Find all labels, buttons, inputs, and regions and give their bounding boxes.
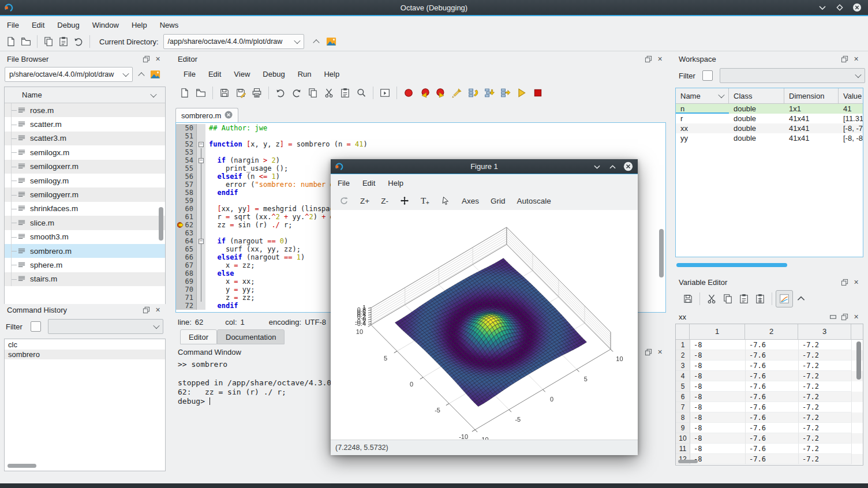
fold-margin[interactable] [197,164,205,172]
browse-directory-button[interactable] [324,34,339,49]
cell-value[interactable]: -8 [690,444,746,454]
variable-row-8[interactable]: 8-8-7.6-7.2 [676,412,863,423]
figure-titlebar[interactable]: Figure 1 [331,159,638,174]
menu-edit[interactable]: Edit [26,19,50,31]
cell-value[interactable]: -7.6 [746,423,799,433]
editor-menu-view[interactable]: View [228,68,256,80]
file-list-vscrollbar[interactable] [159,207,163,241]
pan-tool[interactable] [395,194,414,207]
figure-window[interactable]: Figure 1 FileEditHelp Z+Z-T+AxesGridAuto… [331,159,638,455]
file-row-rose-m[interactable]: rose.m [5,103,165,117]
cell-value[interactable]: -7.2 [799,444,852,454]
fold-margin[interactable] [197,213,205,221]
cell-value[interactable]: -7.6 [746,361,799,371]
step-out-icon[interactable] [497,85,514,101]
line-number[interactable]: 57 [176,181,197,189]
undo-icon[interactable] [71,34,86,49]
cell-value[interactable]: -8 [690,412,746,423]
history-item[interactable]: sombrero [5,350,165,359]
tab-editor[interactable]: Editor [180,329,217,344]
file-row-semilogx-m[interactable]: semilogx.m [5,145,165,159]
float-panel-icon[interactable] [141,54,151,64]
line-number[interactable]: 71 [176,294,197,302]
figure-menu-file[interactable]: File [332,177,356,189]
variable-column-1[interactable]: 1 [690,324,745,339]
next-breakpoint-icon[interactable] [433,85,449,101]
fold-margin[interactable] [197,172,205,181]
history-filter-combo[interactable] [48,319,163,334]
menu-help[interactable]: Help [126,19,153,31]
close-panel-icon[interactable]: × [655,54,665,64]
file-row-smooth3-m[interactable]: smooth3.m [5,230,165,244]
cell-value[interactable]: -7.6 [746,392,799,402]
close-panel-icon[interactable]: × [153,305,163,315]
line-number[interactable]: 51 [176,132,197,140]
cell-value[interactable]: -8 [690,371,746,381]
fold-margin[interactable] [197,189,205,197]
rotate-tool[interactable] [334,194,354,207]
line-number[interactable]: 60 [176,205,197,213]
cell-value[interactable]: -8 [690,340,746,350]
step-in-icon[interactable] [481,85,497,101]
paste-icon[interactable] [736,291,752,307]
cell-value[interactable]: -8 [690,361,746,371]
close-panel-icon[interactable]: × [655,347,665,357]
fold-margin[interactable] [197,277,205,286]
cell-value[interactable]: -7.2 [799,381,852,392]
stop-icon[interactable] [530,85,546,101]
file-row-semilogy-m[interactable]: semilogy.m [5,174,165,187]
new-file-icon[interactable] [177,85,193,101]
file-row-shrinkfaces-m[interactable]: shrinkfaces.m [5,202,165,216]
fold-margin[interactable] [197,132,205,140]
variable-row-10[interactable]: 10-8-7.6-7.2 [676,433,863,444]
select-tool[interactable] [436,194,455,207]
file-row-sphere-m[interactable]: sphere.m [5,258,165,272]
fold-margin[interactable]: – [197,140,205,148]
open-folder-icon[interactable] [193,85,209,101]
step-over-icon[interactable] [465,85,481,101]
editor-menu-edit[interactable]: Edit [203,68,227,80]
line-number[interactable]: 50 [176,124,197,132]
file-row-scatter3-m[interactable]: scatter3.m [5,132,165,145]
fold-collapse-icon[interactable]: – [199,158,204,163]
variable-column-3[interactable]: 3 [798,324,851,339]
find-icon[interactable] [353,85,369,101]
file-list-header[interactable]: Name [5,87,165,103]
variable-row-2[interactable]: 2-8-7.6-7.2 [676,350,863,361]
cell-value[interactable]: -8 [690,423,746,433]
figure-canvas[interactable] [331,210,637,440]
run-in-terminal-icon[interactable] [377,85,393,101]
current-directory-combo[interactable]: /app/share/octave/4.4.0/m/plot/draw [163,34,304,49]
fold-margin[interactable] [197,205,205,213]
workspace-column-name[interactable]: Name [676,88,729,103]
workspace-row-n[interactable]: ndouble1x141 [676,104,863,114]
fold-margin[interactable] [197,286,205,294]
collapse-icon[interactable] [793,291,809,307]
close-panel-icon[interactable]: × [153,54,163,64]
fold-margin[interactable] [197,197,205,205]
float-panel-icon[interactable] [141,305,151,315]
cell-value[interactable]: -7.2 [799,371,852,381]
float-panel-icon[interactable] [643,54,653,64]
cell-value[interactable]: -7.2 [799,412,852,423]
workspace-filter-combo[interactable] [720,68,865,83]
zoom-in-tool[interactable]: Z+ [355,195,375,207]
cell-value[interactable]: -7.6 [746,433,799,444]
cell-value[interactable]: -8 [690,454,746,464]
cell-value[interactable]: -8 [690,402,746,412]
fold-margin[interactable]: – [197,156,205,164]
variable-row-1[interactable]: 1-8-7.6-7.2 [676,340,863,350]
variable-row-3[interactable]: 3-8-7.6-7.2 [676,361,863,371]
line-number[interactable]: 70 [176,286,197,294]
fold-margin[interactable] [197,245,205,253]
workspace-column-dimension[interactable]: Dimension [784,88,839,103]
line-number[interactable]: 68 [176,269,197,277]
cell-value[interactable]: -7.2 [799,402,852,412]
cell-value[interactable]: -7.2 [799,340,852,350]
variable-row-12[interactable]: 12-8-7.6-7.2 [676,454,863,464]
paste-table-icon[interactable] [752,291,768,307]
zoom-out-tool[interactable]: Z- [376,195,394,207]
one-directory-up-button[interactable] [135,67,148,82]
cell-value[interactable]: -7.6 [746,340,799,350]
insert-text-tool[interactable]: T+ [416,194,435,208]
